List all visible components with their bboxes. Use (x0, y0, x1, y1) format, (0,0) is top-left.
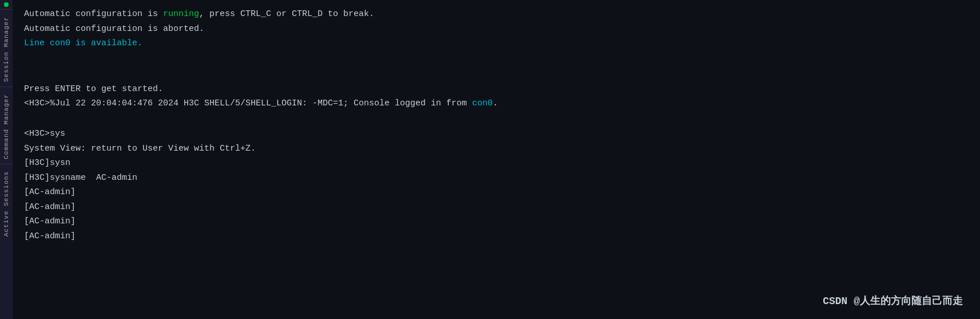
text-suffix-1: , press CTRL_C or CTRL_D to break. (199, 9, 374, 19)
terminal-line-sysname: [H3C]sysname AC-admin (24, 171, 969, 186)
terminal-line-1: Automatic configuration is running, pres… (24, 7, 969, 22)
terminal-line-sysn: [H3C]sysn (24, 156, 969, 171)
text-acadmin-2: [AC-admin] (24, 202, 76, 212)
sidebar-command-manager-label: Command Manager (2, 89, 11, 164)
sidebar: Session Manager Command Manager Active S… (0, 0, 13, 319)
text-sysname: [H3C]sysname AC-admin (24, 173, 137, 183)
sidebar-session-manager[interactable]: Session Manager (0, 9, 13, 86)
terminal-line-shell-login: <H3C>%Jul 22 20:04:04:476 2024 H3C SHELL… (24, 96, 969, 111)
text-shell-login-prefix: <H3C>%Jul 22 20:04:04:476 2024 H3C SHELL… (24, 99, 472, 108)
terminal-line-sys: <H3C>sys (24, 127, 969, 141)
terminal-line-2: Automatic configuration is aborted. (24, 22, 969, 37)
text-con0-login: con0 (472, 99, 493, 108)
text-h3c-sys: <H3C>sys (24, 129, 65, 139)
terminal-line-3: Line con0 is available. (24, 36, 969, 51)
terminal-line-acadmin-2: [AC-admin] (24, 200, 969, 215)
empty-line-1 (24, 51, 969, 66)
status-indicator (4, 2, 9, 7)
sidebar-active-sessions-label: Active Sessions (2, 167, 11, 241)
text-prefix-1: Automatic configuration is (24, 9, 163, 19)
terminal-line-acadmin-4: [AC-admin] (24, 229, 969, 244)
sidebar-command-manager[interactable]: Command Manager (0, 86, 13, 164)
terminal-line-acadmin-3: [AC-admin] (24, 214, 969, 229)
text-aborted: Automatic configuration is aborted. (24, 24, 204, 34)
empty-line-3 (24, 111, 969, 127)
text-shell-login-dot: . (493, 99, 498, 108)
text-press-enter: Press ENTER to get started. (24, 84, 163, 94)
watermark: CSDN @人生的方向随自己而走 (823, 294, 963, 308)
text-acadmin-1: [AC-admin] (24, 187, 76, 197)
terminal-line-acadmin-1: [AC-admin] (24, 185, 969, 200)
sidebar-session-manager-label: Session Manager (2, 12, 11, 86)
text-con0-available: con0 (50, 38, 70, 48)
text-acadmin-4: [AC-admin] (24, 231, 76, 241)
text-acadmin-3: [AC-admin] (24, 216, 76, 226)
text-running: running (163, 9, 199, 19)
text-sysn: [H3C]sysn (24, 158, 70, 168)
sidebar-active-sessions[interactable]: Active Sessions (0, 164, 13, 241)
terminal-line-press-enter: Press ENTER to get started. (24, 82, 969, 97)
text-system-view: System View: return to User View with Ct… (24, 144, 256, 153)
terminal-output: Automatic configuration is running, pres… (13, 0, 980, 319)
text-is-available: is available. (70, 38, 142, 48)
empty-line-2 (24, 66, 969, 82)
terminal-line-sysview: System View: return to User View with Ct… (24, 141, 969, 156)
text-line-keyword: Line (24, 38, 50, 48)
